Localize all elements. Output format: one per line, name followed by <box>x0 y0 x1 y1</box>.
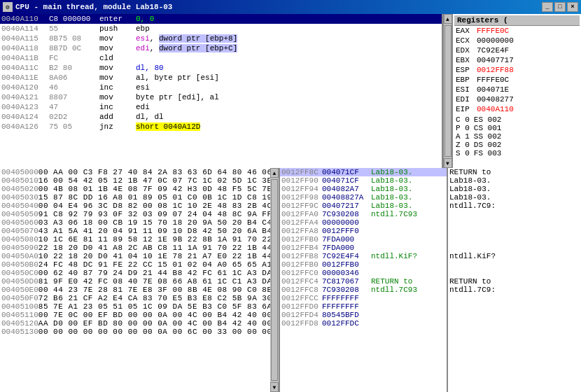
disasm-row[interactable]: 0040A11C B2 80 mov dl, 80 <box>0 63 442 73</box>
stack-row[interactable]: 0012FFC8 7C930208 ntdll.7C93 <box>280 286 447 294</box>
stack-row[interactable]: 0012FF94 004082A7 Lab18-03. <box>280 185 447 193</box>
hex-scrollbar[interactable]: ▲ ▼ <box>270 168 279 392</box>
z-flag[interactable]: Z 0 <box>456 141 470 149</box>
p-flag[interactable]: P 0 <box>456 124 470 132</box>
disasm-row[interactable]: 0040A110 C8 000000 enter 0, 0 <box>0 14 442 24</box>
disasm-row[interactable]: 0040A120 46 inc esi <box>0 83 442 92</box>
disasm-bytes: 75 05 <box>49 122 99 131</box>
stack-addr: 0012FFC0 <box>281 269 322 277</box>
hex-row[interactable]: 00405080 10 1C 6E 81 11 89 58 12 1E 9B 2… <box>0 235 269 244</box>
stack-row[interactable]: 0012FFB4 7FDA000 <box>280 244 447 252</box>
stack-row[interactable]: 0012FFD4 80545BFD <box>280 311 447 319</box>
scroll-down-btn[interactable]: ▼ <box>444 158 452 168</box>
stack-row[interactable]: 0012FFC4 7C817067 RETURN to <box>280 277 447 286</box>
stack-val: FFFFFFFF <box>322 294 371 302</box>
disasm-row[interactable]: 0040A124 02D2 add dl, dl <box>0 112 442 122</box>
close-button[interactable]: × <box>567 2 578 12</box>
hex-row[interactable]: 00405100 85 7E A1 23 05 51 05 1C 09 DA 5… <box>0 302 269 311</box>
s-flag[interactable]: S 0 <box>456 149 470 158</box>
flag-row: S 0 FS 003 <box>456 149 578 158</box>
cs-reg: CS 001 <box>474 124 502 132</box>
stack-row[interactable]: 0012FF9C 00407217 Lab18-03. <box>280 202 447 210</box>
stack-row[interactable]: 0012FFD0 FFFFFFFF <box>280 302 447 311</box>
stack-row[interactable]: 0012FFB0 0012FFB0 <box>280 260 447 269</box>
scroll-up-btn[interactable]: ▲ <box>444 14 452 24</box>
stack-row[interactable]: 0012FFB0 7FDA000 <box>280 235 447 244</box>
hex-row[interactable]: 00405040 00 04 E4 96 3C D8 82 00 08 1C 1… <box>0 202 269 210</box>
stack-addr: 0012FFD8 <box>281 319 322 328</box>
reg-value[interactable]: FFFFE0C <box>477 27 509 35</box>
reg-value[interactable]: 0012FF88 <box>477 66 514 74</box>
reg-name: EBX <box>456 56 477 64</box>
hex-row[interactable]: 00405000 00 AA 00 C3 F8 27 40 84 2A 83 6… <box>0 168 269 176</box>
title-controls[interactable]: _ □ × <box>542 2 578 12</box>
hex-row[interactable]: 004050A0 10 22 18 20 D0 41 04 10 1E 78 2… <box>0 252 269 260</box>
hex-row[interactable]: 00405010 16 00 54 42 05 12 1B 47 0C 07 7… <box>0 176 269 185</box>
stack-addr: 0012FFB0 <box>281 260 322 269</box>
hex-addr: 00405120 <box>1 319 38 328</box>
disasm-row[interactable]: 0040A126 75 05 jnz short 0040A12D <box>0 122 442 132</box>
disasm-row[interactable]: 0040A11B FC cld <box>0 53 442 63</box>
hex-bytes: 00 7E 0C 00 EF BD 00 00 0A 00 4C 00 B4 4… <box>38 311 272 319</box>
scroll-thumb[interactable] <box>444 25 451 157</box>
stack-addr: 0012FF98 <box>281 193 322 202</box>
minimize-button[interactable]: _ <box>542 2 553 12</box>
reg-value[interactable]: 7C92E4F <box>477 46 509 55</box>
reg-value[interactable]: 004071E <box>477 85 509 94</box>
hex-row[interactable]: 004050D0 81 9F E0 42 FC 08 40 7E 08 66 A… <box>0 277 269 286</box>
hex-row[interactable]: 00405090 22 18 20 D0 41 A8 2C AB C8 11 1… <box>0 244 269 252</box>
hex-row[interactable]: 004050C0 00 62 40 87 79 24 D9 21 44 B8 4… <box>0 269 269 277</box>
disasm-row[interactable]: 0040A11E 8A06 mov al, byte ptr [esi] <box>0 73 442 83</box>
hex-row[interactable]: 004050B0 24 FC 48 DC 91 FE 22 CC 15 01 0… <box>0 260 269 269</box>
hex-row[interactable]: 004050F0 72 B6 21 CF A2 E4 CA 83 70 E5 B… <box>0 294 269 302</box>
stack-row[interactable]: 0012FFC0 00000346 <box>280 269 447 277</box>
hex-scroll-down[interactable]: ▼ <box>270 382 279 392</box>
reg-value[interactable]: 0040A110 <box>477 105 514 113</box>
stack-row[interactable]: 0012FF8C 004071CF Lab18-03. <box>280 168 447 176</box>
hex-row[interactable]: 00405020 00 4B 08 01 1B 4E 08 7F 09 42 H… <box>0 185 269 193</box>
stack-val: 0012FFB0 <box>322 260 371 269</box>
disasm-row[interactable]: 0040A121 8807 mov byte ptr [edi], al <box>0 92 442 102</box>
disasm-bytes: FC <box>49 54 99 62</box>
hex-row[interactable]: 00405060 03 A3 06 18 00 CB 19 15 70 18 2… <box>0 218 269 227</box>
stack-addr: 0012FFB8 <box>281 252 322 260</box>
disasm-args: edi, dword ptr [ebp+C] <box>136 44 440 52</box>
stack-row[interactable]: 0012FF98 00408827A Lab18-03. <box>280 193 447 202</box>
reg-value[interactable]: FFFFE0C <box>477 76 509 84</box>
hex-row[interactable]: 00405110 00 7E 0C 00 EF BD 00 00 0A 00 4… <box>0 311 269 319</box>
hex-scroll-up[interactable]: ▲ <box>270 168 279 178</box>
stack-row[interactable]: 0012FFA8 0012FFF0 <box>280 227 447 235</box>
hex-scroll-thumb[interactable] <box>271 179 278 381</box>
a-flag[interactable]: A 1 <box>456 132 470 141</box>
stack-addr: 0012FFCC <box>281 294 322 302</box>
disasm-scrollbar[interactable]: ▲ ▼ <box>443 14 451 168</box>
hex-row[interactable]: 00405070 43 A1 5A 41 20 04 91 11 09 10 D… <box>0 227 269 235</box>
stack-addr: 0012FFB4 <box>281 244 322 252</box>
reg-value[interactable]: 00000000 <box>477 36 514 45</box>
maximize-button[interactable]: □ <box>554 2 566 12</box>
disasm-panel: 0040A110 C8 000000 enter 0, 0 0040A114 5… <box>0 14 443 168</box>
stack-row[interactable]: 0012FFCC FFFFFFFF <box>280 294 447 302</box>
hex-row[interactable]: 00405120 AA D0 00 EF BD 80 00 00 0A 00 4… <box>0 319 269 328</box>
disasm-row[interactable]: 0040A114 55 push ebp <box>0 24 442 34</box>
hex-row[interactable]: 00405130 00 00 00 00 00 00 00 00 0A 00 6… <box>0 328 269 336</box>
disasm-row[interactable]: 0040A123 47 inc edi <box>0 102 442 112</box>
flag-row: C 0 ES 002 <box>456 115 578 124</box>
main-container: 0040A110 C8 000000 enter 0, 0 0040A114 5… <box>0 14 581 392</box>
stack-row[interactable]: 0012FFA4 00000000 <box>280 218 447 227</box>
hex-row[interactable]: 00405050 91 C8 92 79 93 0F 32 03 09 07 2… <box>0 210 269 218</box>
disasm-args: al, byte ptr [esi] <box>136 74 440 82</box>
stack-row[interactable]: 0012FF90 004071CF Lab18-03. <box>280 176 447 185</box>
hex-addr: 00405100 <box>1 302 38 311</box>
hex-row[interactable]: 00405030 15 87 8C DD 16 A8 01 89 05 01 C… <box>0 193 269 202</box>
disasm-row[interactable]: 0040A118 8B7D 0C mov edi, dword ptr [ebp… <box>0 43 442 53</box>
stack-row[interactable]: 0012FFB8 7C92E4F4 ntdll.KiF? <box>280 252 447 260</box>
stack-val: 7C930208 <box>322 210 371 218</box>
c-flag[interactable]: C 0 <box>456 115 470 124</box>
stack-row[interactable]: 0012FFD8 0012FFDC <box>280 319 447 328</box>
disasm-row[interactable]: 0040A115 8B75 08 mov esi, dword ptr [ebp… <box>0 34 442 43</box>
reg-value[interactable]: 00407717 <box>477 56 514 64</box>
hex-row[interactable]: 004050E0 00 44 23 7E 28 81 7E E8 3F 00 8… <box>0 286 269 294</box>
stack-row[interactable]: 0012FFA0 7C930208 ntdll.7C93 <box>280 210 447 218</box>
reg-value[interactable]: 00408277 <box>477 95 514 104</box>
